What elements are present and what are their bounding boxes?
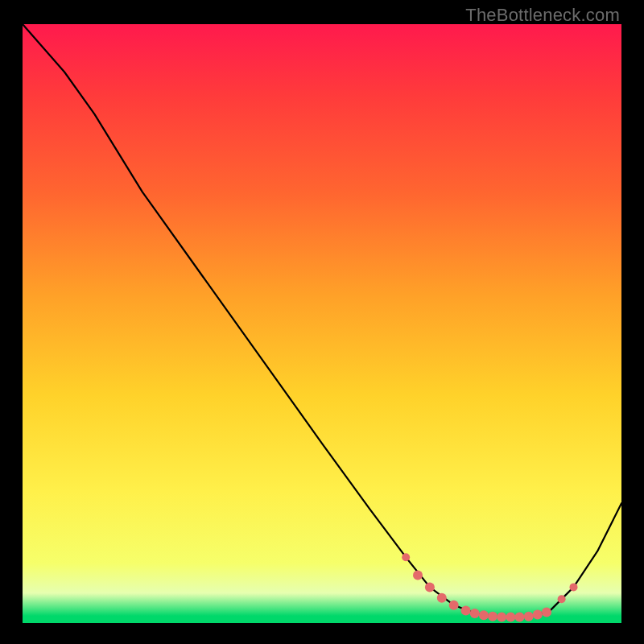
data-marker: [558, 595, 566, 603]
data-marker: [506, 613, 515, 622]
marker-group: [402, 553, 577, 621]
data-marker: [570, 583, 578, 591]
data-marker: [524, 612, 534, 621]
data-marker: [402, 553, 410, 561]
data-marker: [449, 601, 459, 610]
data-marker: [488, 612, 497, 621]
data-marker: [479, 610, 489, 620]
data-marker: [497, 613, 506, 622]
data-marker: [515, 613, 525, 622]
curve-path: [23, 24, 621, 617]
watermark-text: TheBottleneck.com: [465, 5, 620, 26]
data-marker: [470, 609, 480, 618]
data-marker: [413, 571, 423, 580]
data-marker: [425, 582, 435, 592]
data-marker: [542, 608, 551, 617]
data-marker: [461, 605, 471, 615]
chart-svg: [23, 24, 621, 623]
data-marker: [437, 593, 447, 603]
data-marker: [533, 610, 543, 620]
